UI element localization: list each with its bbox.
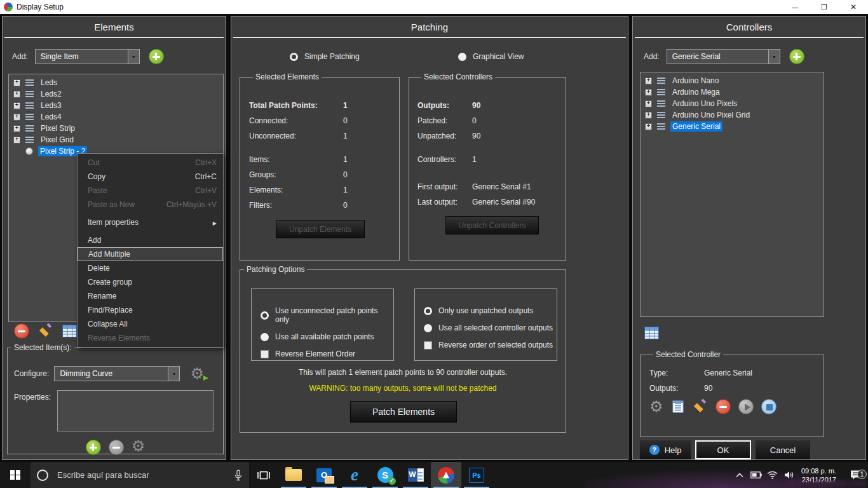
option-reverse-element-order[interactable]: Reverse Element Order [261, 349, 393, 358]
tree-row-leds3[interactable]: Leds3 [9, 100, 223, 111]
chevron-down-icon[interactable] [168, 367, 179, 381]
add-controller-type-dropdown[interactable]: Generic Serial [667, 49, 780, 64]
controller-settings-gear-icon[interactable] [649, 400, 663, 413]
expand-icon[interactable] [645, 112, 652, 119]
tree-row-arduino-uno-pixel-grid[interactable]: Arduino Uno Pixel Grid [641, 109, 824, 121]
taskbar-search[interactable]: Escribe aquí para buscar [31, 462, 249, 488]
tree-row-leds[interactable]: Leds [9, 77, 223, 88]
tree-item-label[interactable]: Pixel Strip [39, 123, 77, 133]
minimize-button[interactable] [780, 0, 810, 14]
close-button[interactable] [839, 0, 868, 14]
menu-item-add[interactable]: Add [78, 233, 223, 247]
expand-icon[interactable] [13, 125, 20, 132]
add-controller-button[interactable] [789, 49, 804, 64]
ok-button[interactable]: OK [695, 440, 751, 459]
option-unconnected-only[interactable]: Use unconnected patch points only [261, 306, 393, 324]
taskbar-outlook[interactable]: O [309, 462, 339, 488]
rename-pencil-icon[interactable] [38, 323, 53, 339]
tree-row-leds2[interactable]: Leds2 [9, 88, 223, 100]
start-button[interactable] [0, 462, 31, 488]
option-reverse-selected-outputs[interactable]: Reverse order of selected outputs [424, 341, 557, 349]
radio-icon[interactable] [261, 333, 269, 341]
option-all-patch-points[interactable]: Use all available patch points [261, 332, 393, 341]
tree-item-label[interactable]: Pixel Grid [39, 135, 76, 145]
taskbar-photoshop[interactable]: Ps [461, 462, 492, 488]
taskbar-file-explorer[interactable] [278, 462, 309, 488]
tray-chevron-up-icon[interactable] [731, 473, 748, 478]
configure-dropdown[interactable]: Dimming Curve [54, 366, 180, 381]
tree-row-arduino-mega[interactable]: Arduino Mega [641, 86, 824, 98]
expand-icon[interactable] [645, 100, 652, 107]
chevron-down-icon[interactable] [768, 50, 780, 64]
battery-icon[interactable] [748, 471, 764, 478]
taskbar-internet-explorer[interactable]: e [339, 462, 370, 488]
expand-icon[interactable] [13, 79, 20, 86]
taskbar-word[interactable]: W [400, 462, 431, 488]
properties-box[interactable] [57, 390, 214, 431]
expand-icon[interactable] [13, 114, 20, 121]
wifi-icon[interactable] [764, 471, 781, 479]
checkbox-icon[interactable] [261, 350, 269, 358]
tree-item-label[interactable]: Leds3 [39, 100, 64, 111]
play-test-button[interactable] [738, 399, 754, 414]
tree-item-label[interactable]: Leds4 [39, 112, 64, 122]
taskbar-skype[interactable]: S [370, 462, 400, 488]
graphical-view-radio[interactable]: Graphical View [458, 52, 524, 61]
tree-item-label[interactable]: Arduino Uno Pixel Grid [670, 110, 752, 120]
expand-icon[interactable] [13, 137, 20, 144]
add-property-button[interactable] [86, 440, 101, 455]
remove-element-button[interactable] [14, 323, 29, 339]
task-view-button[interactable] [249, 462, 278, 488]
menu-item-collapse-all[interactable]: Collapse All [78, 317, 223, 331]
expand-icon[interactable] [645, 123, 652, 130]
tree-item-label[interactable]: Leds2 [39, 89, 64, 99]
table-view-icon[interactable] [644, 327, 659, 339]
tree-row-leds4[interactable]: Leds4 [9, 111, 223, 123]
configure-gear-icon[interactable] [190, 366, 204, 381]
menu-item-find-replace[interactable]: Find/Replace [78, 303, 223, 317]
stop-test-button[interactable] [761, 399, 776, 414]
remove-property-button[interactable] [109, 440, 124, 455]
menu-item-create-group[interactable]: Create group [78, 275, 223, 289]
restore-button[interactable] [810, 0, 839, 14]
tree-item-label[interactable]: Leds [39, 78, 59, 88]
table-view-icon[interactable] [62, 325, 77, 337]
cancel-button[interactable]: Cancel [756, 440, 810, 459]
expand-icon[interactable] [645, 78, 652, 85]
add-element-button[interactable] [149, 49, 164, 64]
simple-patching-radio[interactable]: Simple Patching [290, 52, 360, 61]
taskbar-xlights-active[interactable] [431, 462, 461, 488]
controller-list-icon[interactable] [671, 400, 685, 414]
help-button[interactable]: ? Help [640, 440, 691, 459]
radio-selected-icon[interactable] [261, 311, 269, 320]
option-only-unpatched[interactable]: Only use unpatched outputs [424, 306, 557, 315]
menu-item-copy[interactable]: Copy Ctrl+C [78, 170, 223, 184]
tree-item-label-selected[interactable]: Generic Serial [670, 121, 722, 132]
expand-icon[interactable] [13, 91, 20, 98]
expand-icon[interactable] [645, 89, 652, 96]
option-all-controller-outputs[interactable]: Use all selected controller outputs [424, 323, 557, 332]
tree-row-arduino-uno-pixels[interactable]: Arduino Uno Pixels [641, 98, 824, 109]
patch-elements-button[interactable]: Patch Elements [350, 401, 457, 423]
tree-row-pixel-grid[interactable]: Pixel Grid [9, 134, 223, 146]
menu-item-item-properties[interactable]: Item properties [78, 215, 223, 229]
radio-selected-icon[interactable] [424, 307, 432, 315]
menu-item-delete[interactable]: Delete [78, 261, 223, 275]
tree-row-generic-serial[interactable]: Generic Serial [641, 121, 824, 132]
radio-icon[interactable] [458, 53, 466, 61]
tree-item-label[interactable]: Arduino Mega [670, 87, 722, 97]
menu-item-add-multiple[interactable]: Add Multiple [78, 247, 223, 261]
tree-item-label[interactable]: Arduino Nano [670, 76, 721, 86]
tree-row-pixel-strip[interactable]: Pixel Strip [9, 123, 223, 134]
edit-pencil-icon[interactable] [693, 399, 708, 414]
add-element-type-dropdown[interactable]: Single Item [35, 49, 140, 64]
unpatch-elements-button[interactable]: Unpatch Elements [276, 220, 365, 238]
chevron-down-icon[interactable] [128, 50, 139, 64]
tree-row-arduino-nano[interactable]: Arduino Nano [641, 75, 824, 86]
microphone-icon[interactable] [234, 470, 243, 481]
property-settings-gear-icon[interactable] [132, 440, 146, 455]
expand-icon[interactable] [13, 102, 20, 109]
checkbox-icon[interactable] [424, 341, 432, 349]
remove-controller-button[interactable] [715, 399, 731, 414]
unpatch-controllers-button[interactable]: Unpatch Controllers [445, 216, 539, 234]
